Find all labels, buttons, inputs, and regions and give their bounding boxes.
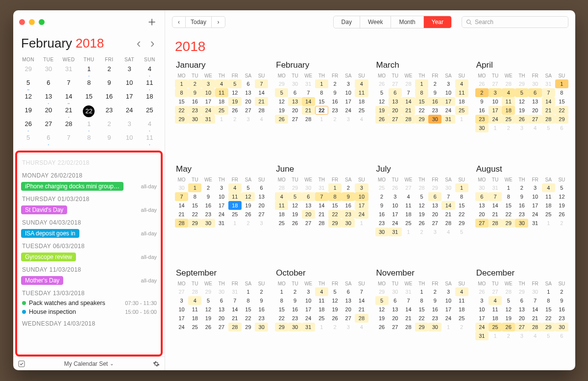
day-cell[interactable]: 29: [275, 79, 288, 88]
day-cell[interactable]: 15: [175, 97, 188, 106]
day-cell[interactable]: 3: [255, 219, 268, 228]
day-cell[interactable]: 17: [528, 201, 541, 210]
day-cell[interactable]: 5: [201, 296, 215, 305]
day-cell[interactable]: 27: [402, 183, 415, 192]
day-cell[interactable]: 12: [555, 192, 568, 201]
day-cell[interactable]: 3: [201, 79, 215, 88]
day-cell[interactable]: 13: [302, 201, 315, 210]
day-cell[interactable]: 27: [528, 115, 541, 124]
day-cell[interactable]: 30: [188, 115, 201, 124]
day-cell[interactable]: 28: [255, 106, 268, 115]
day-cell[interactable]: 17: [175, 314, 188, 323]
mini-day[interactable]: 31: [59, 64, 79, 78]
day-cell[interactable]: 9: [255, 296, 268, 305]
day-cell[interactable]: 21: [528, 314, 541, 323]
day-cell[interactable]: 12: [242, 192, 255, 201]
day-cell[interactable]: 18: [188, 314, 201, 323]
day-cell[interactable]: 2: [328, 115, 342, 124]
day-cell[interactable]: 7: [542, 88, 555, 97]
day-cell[interactable]: 8: [555, 88, 568, 97]
day-cell[interactable]: 19: [415, 210, 428, 219]
day-cell[interactable]: 28: [502, 287, 515, 296]
day-cell[interactable]: 2: [228, 115, 242, 124]
day-cell[interactable]: 7: [489, 192, 502, 201]
day-cell[interactable]: 6: [389, 296, 402, 305]
day-cell[interactable]: 4: [188, 296, 201, 305]
day-cell[interactable]: 7: [228, 296, 242, 305]
day-cell[interactable]: 22: [502, 210, 515, 219]
day-cell[interactable]: 12: [415, 201, 428, 210]
day-cell[interactable]: 27: [175, 287, 188, 296]
day-cell[interactable]: 12: [515, 97, 528, 106]
mini-day[interactable]: 20: [38, 105, 58, 119]
day-cell[interactable]: 5: [242, 183, 255, 192]
day-cell[interactable]: 23: [475, 115, 489, 124]
day-cell[interactable]: 17: [201, 97, 215, 106]
day-cell[interactable]: 28: [402, 115, 415, 124]
mini-day[interactable]: 25: [140, 105, 160, 119]
day-cell[interactable]: 27: [389, 323, 402, 331]
day-cell[interactable]: 14: [228, 305, 242, 314]
day-cell[interactable]: 26: [515, 115, 528, 124]
day-cell[interactable]: 31: [302, 323, 315, 331]
day-cell[interactable]: 30: [175, 183, 188, 192]
day-cell[interactable]: 18: [402, 210, 415, 219]
day-cell[interactable]: 29: [201, 287, 215, 296]
month-july[interactable]: JulyMOTUWETHFRSASU2526272829301234567891…: [375, 162, 468, 264]
day-cell[interactable]: 10: [441, 296, 455, 305]
day-cell[interactable]: 23: [255, 314, 268, 323]
day-cell[interactable]: 10: [489, 97, 502, 106]
day-cell[interactable]: 15: [188, 201, 201, 210]
day-cell[interactable]: 24: [441, 314, 455, 323]
day-cell[interactable]: 2: [255, 287, 268, 296]
day-cell[interactable]: 26: [228, 106, 242, 115]
day-cell[interactable]: 2: [428, 287, 441, 296]
day-cell[interactable]: 5: [542, 331, 555, 340]
day-cell[interactable]: 4: [255, 115, 268, 124]
day-cell[interactable]: 17: [302, 305, 315, 314]
day-cell[interactable]: 6: [288, 88, 301, 97]
day-cell[interactable]: 28: [188, 287, 201, 296]
day-cell[interactable]: 10: [389, 201, 402, 210]
day-cell[interactable]: 18: [355, 97, 368, 106]
day-cell[interactable]: 5: [288, 192, 301, 201]
day-cell[interactable]: 10: [201, 88, 215, 97]
day-cell[interactable]: 23: [342, 210, 355, 219]
month-september[interactable]: SeptemberMOTUWETHFRSASU27282930311234567…: [175, 266, 268, 368]
day-cell[interactable]: 1: [455, 183, 468, 192]
day-cell[interactable]: 26: [415, 219, 428, 228]
day-cell[interactable]: 28: [175, 219, 188, 228]
day-cell[interactable]: 11: [542, 192, 555, 201]
mini-day[interactable]: 26•: [18, 119, 38, 133]
day-cell[interactable]: 21: [402, 314, 415, 323]
day-cell[interactable]: 15: [415, 97, 428, 106]
day-cell[interactable]: 14: [175, 201, 188, 210]
day-cell[interactable]: 20: [528, 106, 541, 115]
day-cell[interactable]: 11: [502, 97, 515, 106]
day-cell[interactable]: 18: [542, 201, 555, 210]
day-cell[interactable]: 12: [275, 97, 288, 106]
day-cell[interactable]: 8: [275, 296, 288, 305]
day-cell[interactable]: 21: [315, 210, 328, 219]
day-cell[interactable]: 27: [489, 79, 502, 88]
day-cell[interactable]: 4: [355, 323, 368, 331]
day-cell[interactable]: 22: [275, 314, 288, 323]
day-cell[interactable]: 22: [455, 210, 468, 219]
mini-day[interactable]: 29: [18, 64, 38, 78]
day-cell[interactable]: 5: [228, 79, 242, 88]
day-cell[interactable]: 31: [302, 79, 315, 88]
day-cell[interactable]: 23: [201, 210, 215, 219]
day-cell[interactable]: 30: [255, 323, 268, 331]
day-cell[interactable]: 18: [489, 314, 502, 323]
day-cell[interactable]: 15: [242, 305, 255, 314]
day-cell[interactable]: 22: [542, 314, 555, 323]
day-cell[interactable]: 22: [555, 106, 568, 115]
day-cell[interactable]: 15: [275, 305, 288, 314]
day-cell[interactable]: 20: [389, 106, 402, 115]
day-cell[interactable]: 2: [515, 183, 528, 192]
day-cell[interactable]: 6: [555, 124, 568, 132]
day-cell[interactable]: 1: [328, 183, 342, 192]
day-cell[interactable]: 14: [528, 305, 541, 314]
day-cell[interactable]: 21: [175, 210, 188, 219]
day-cell[interactable]: 30: [428, 115, 441, 124]
